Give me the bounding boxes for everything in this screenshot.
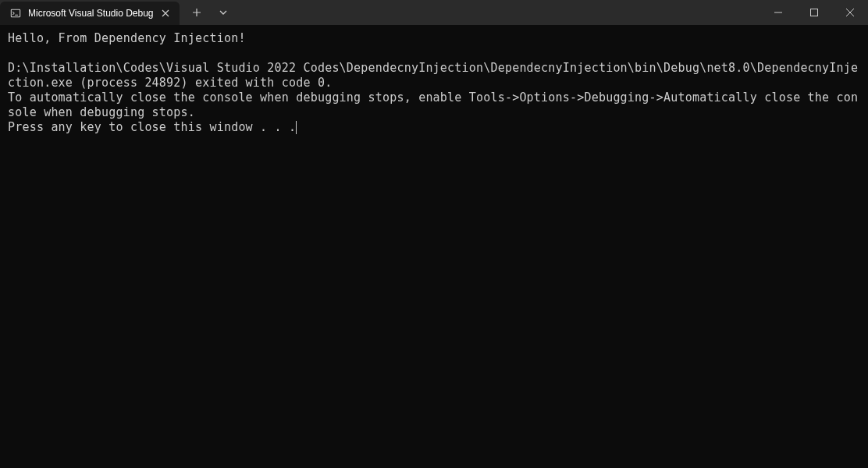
svg-rect-0 [11,9,20,17]
svg-rect-3 [811,9,818,16]
titlebar: Microsoft Visual Studio Debug [0,0,868,25]
terminal-output[interactable]: Hello, From Dependency Injection! D:\Ins… [0,25,868,141]
cursor-icon [296,121,297,134]
console-line: D:\Installation\Codes\Visual Studio 2022… [8,61,858,90]
tab-area: Microsoft Visual Studio Debug [0,0,760,25]
tab-title: Microsoft Visual Studio Debug [28,8,153,19]
console-icon [9,7,22,20]
tab-dropdown-button[interactable] [211,0,236,25]
new-tab-button[interactable] [183,0,211,25]
console-line: Hello, From Dependency Injection! [8,31,246,45]
active-tab[interactable]: Microsoft Visual Studio Debug [0,2,180,25]
console-line: Press any key to close this window . . . [8,120,296,134]
window-controls [760,0,868,25]
close-window-button[interactable] [832,0,868,25]
maximize-button[interactable] [796,0,832,25]
close-tab-button[interactable] [159,7,172,20]
console-line: To automatically close the console when … [8,90,858,119]
minimize-button[interactable] [760,0,796,25]
